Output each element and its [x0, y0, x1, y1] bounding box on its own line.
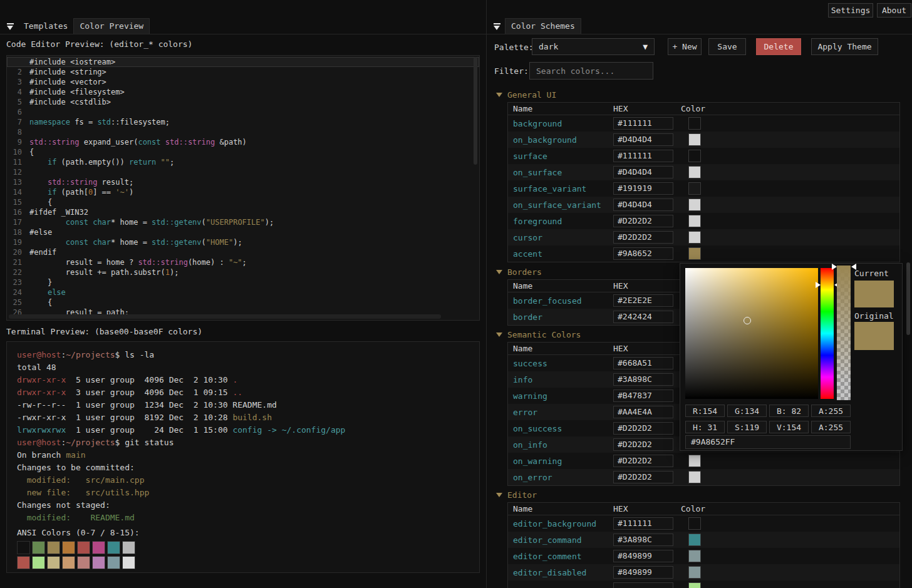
color-swatch[interactable] — [688, 182, 701, 195]
hex-cell: #D2D2D2 — [613, 455, 681, 467]
palette-label: Palette: — [494, 43, 534, 52]
alpha-slider-handle-left[interactable] — [832, 264, 837, 270]
color-swatch[interactable] — [688, 517, 701, 530]
hex-input[interactable]: #111111 — [613, 117, 673, 130]
hex-input[interactable] — [613, 582, 673, 588]
palette-dropdown[interactable]: dark ▼ — [532, 38, 655, 55]
section-header-editor[interactable]: Editor — [496, 490, 537, 500]
line-number: 8 — [7, 127, 29, 137]
hex-input[interactable]: #D2D2D2 — [613, 422, 673, 435]
section-header-general-ui[interactable]: General UI — [496, 90, 556, 100]
hex-input[interactable]: #111111 — [613, 150, 673, 162]
hex-input[interactable]: #D2D2D2 — [613, 455, 673, 467]
apply-theme-button[interactable]: Apply Theme — [811, 38, 878, 55]
picker-field-a[interactable]: A:255 — [811, 405, 851, 417]
hex-input[interactable]: #D4D4D4 — [613, 133, 673, 146]
tab-color-schemes[interactable]: Color Schemes — [505, 18, 581, 34]
code-token: ( — [202, 218, 206, 227]
column-header-name: Name — [508, 281, 613, 291]
new-palette-button[interactable]: + New — [668, 38, 702, 55]
column-header-name: Name — [508, 104, 613, 113]
hex-input[interactable]: #AA4E4A — [613, 406, 673, 418]
hex-input[interactable]: #668A51 — [613, 357, 673, 369]
color-swatch[interactable] — [688, 150, 701, 162]
picker-field-h[interactable]: H: 31 — [685, 421, 725, 433]
code-token — [29, 178, 48, 187]
section-header-semantic-colors[interactable]: Semantic Colors — [496, 329, 581, 339]
sv-cursor[interactable] — [744, 317, 751, 324]
delete-button[interactable]: Delete — [756, 38, 801, 55]
hex-input[interactable]: #191919 — [613, 182, 673, 195]
hex-input[interactable]: #D2D2D2 — [613, 215, 673, 227]
color-swatch[interactable] — [688, 199, 701, 211]
color-swatch[interactable] — [688, 231, 701, 244]
collapse-panel-icon[interactable] — [6, 23, 14, 31]
color-name: surface_variant — [508, 184, 613, 193]
color-name: info — [508, 375, 613, 384]
picker-field-v[interactable]: V:154 — [769, 421, 809, 433]
terminal-line: drwxr-xr-x 5 user group 4096 Dec 2 10:30… — [17, 374, 479, 386]
code-text: const char* home = std::getenv("USERPROF… — [29, 217, 274, 227]
hue-slider[interactable] — [821, 268, 834, 399]
line-number: 25 — [7, 297, 29, 307]
hex-cell: #2E2E2E — [613, 294, 681, 307]
color-swatch[interactable] — [688, 471, 701, 483]
tab-templates[interactable]: Templates — [18, 19, 73, 34]
collapse-schemes-icon[interactable] — [493, 23, 501, 31]
ansi-swatch — [62, 556, 75, 569]
about-button[interactable]: About — [877, 3, 911, 18]
color-swatch[interactable] — [688, 133, 701, 146]
terminal-token: -rwxr-xr-x 1 user group 8192 Dec 2 10:28 — [17, 413, 232, 422]
color-name: accent — [508, 249, 613, 259]
saturation-value-area[interactable] — [685, 268, 818, 399]
color-name: error — [508, 408, 613, 417]
hex-input[interactable]: #D4D4D4 — [613, 166, 673, 178]
section-header-borders[interactable]: Borders — [496, 267, 542, 277]
color-swatch[interactable] — [688, 247, 701, 260]
hex-input[interactable]: #2E2E2E — [613, 294, 673, 307]
hex-input[interactable]: #D2D2D2 — [613, 438, 673, 451]
hex-input[interactable]: #849899 — [613, 566, 673, 579]
line-number: 11 — [7, 157, 29, 167]
tab-color-preview[interactable]: Color Preview — [73, 18, 150, 34]
hex-cell: #D2D2D2 — [613, 215, 681, 227]
color-swatch[interactable] — [688, 455, 701, 467]
hex-input[interactable]: #3A898C — [613, 534, 673, 546]
picker-field-r[interactable]: R:154 — [685, 405, 725, 417]
color-swatch[interactable] — [688, 166, 701, 178]
right-panel-scrollbar[interactable] — [906, 262, 910, 335]
terminal-token: Changes not staged: — [17, 500, 110, 510]
hex-input[interactable]: #242424 — [613, 311, 673, 323]
hex-input[interactable]: #D4D4D4 — [613, 199, 673, 211]
picker-field-s[interactable]: S:119 — [727, 421, 767, 433]
line-number: 19 — [7, 237, 29, 247]
save-button[interactable]: Save — [708, 38, 746, 55]
picker-field-a[interactable]: A:255 — [811, 421, 851, 433]
ansi-swatch — [47, 541, 60, 554]
hex-input[interactable]: #849899 — [613, 550, 673, 562]
editor-vertical-scrollbar[interactable] — [474, 57, 477, 165]
hex-input[interactable]: #9A8652 — [613, 247, 673, 260]
settings-button[interactable]: Settings — [828, 3, 873, 18]
ansi-colors-label: ANSI Colors (0-7 / 8-15): — [17, 527, 479, 539]
color-swatch[interactable] — [688, 550, 701, 562]
table-row: on_surface_variant#D4D4D4 — [508, 197, 899, 213]
hex-input[interactable]: #111111 — [613, 517, 673, 530]
color-swatch[interactable] — [688, 215, 701, 227]
hue-slider-handle-left[interactable] — [816, 282, 821, 288]
editor-horizontal-scrollbar[interactable] — [9, 314, 441, 319]
color-swatch[interactable] — [688, 117, 701, 130]
hex-input[interactable]: #3A898C — [613, 373, 673, 386]
hex-input[interactable]: #D2D2D2 — [613, 231, 673, 244]
picker-field-b[interactable]: B: 82 — [769, 405, 809, 417]
filter-search-input[interactable] — [529, 62, 653, 80]
alpha-slider[interactable] — [837, 266, 851, 400]
hex-input[interactable]: #D2D2D2 — [613, 471, 673, 483]
code-token: #ifdef _WIN32 — [29, 208, 88, 217]
picker-field-g[interactable]: G:134 — [727, 405, 767, 417]
hex-value-input[interactable]: #9A8652FF — [685, 435, 851, 449]
color-swatch[interactable] — [688, 566, 701, 579]
color-swatch[interactable] — [688, 534, 701, 546]
color-swatch[interactable] — [688, 582, 701, 588]
hex-input[interactable]: #B47837 — [613, 389, 673, 402]
